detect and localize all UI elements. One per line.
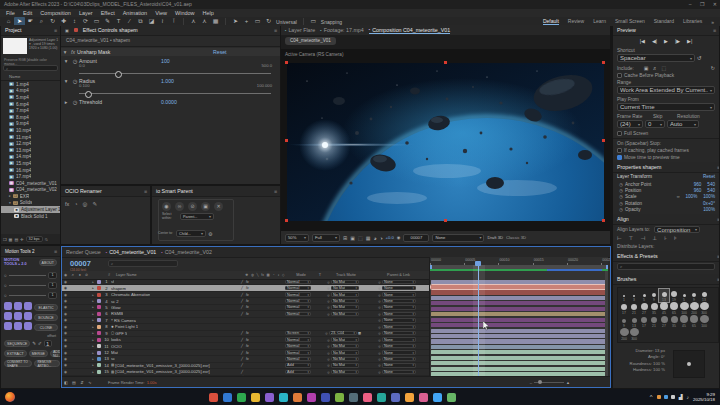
move-time-checkbox[interactable] [617, 155, 622, 160]
fx-switch[interactable]: fx [246, 305, 248, 309]
preset-cell[interactable] [4, 322, 12, 330]
quality-switch[interactable]: ╱ [241, 280, 243, 284]
fx-switch[interactable]: fx [246, 286, 248, 290]
track-matte-dropdown[interactable]: No Mat▾ [331, 305, 359, 309]
skip-dropdown[interactable]: 0▾ [645, 120, 665, 128]
project-item[interactable]: ▶9.mp4 [1, 121, 60, 128]
label-color-chip[interactable] [97, 305, 101, 309]
align-h-center-icon[interactable]: ⊤ [629, 235, 634, 241]
brush-swatch[interactable]: 19 [669, 289, 679, 302]
label-color-chip[interactable] [97, 299, 101, 303]
brush-swatch[interactable]: 9 [689, 289, 699, 302]
layer-duration-bar[interactable] [431, 361, 607, 365]
twirl-icon[interactable]: ▸ [90, 351, 96, 355]
motion-blur-icon[interactable]: ◔ [273, 273, 275, 277]
brush-swatch[interactable]: 200 [689, 302, 699, 315]
layer-name[interactable]: ▤[C04_meteorite_V01_emissive_3_[0000-002… [111, 369, 239, 374]
align-to-dropdown[interactable]: Composition▾ [654, 226, 700, 233]
box-icon[interactable]: ▣ [201, 202, 210, 211]
timeline-vertical-scrollbar[interactable] [605, 271, 608, 377]
twirl-icon[interactable]: ▾ [9, 201, 11, 205]
track-matte-dropdown[interactable]: No Mat▾ [331, 350, 359, 354]
sequence-count[interactable]: 1 [44, 340, 52, 347]
taskbar-app-icon[interactable] [419, 393, 428, 402]
grid-guides-icon[interactable]: ⊞ [343, 235, 347, 241]
twirl-icon[interactable]: ▸ [90, 293, 96, 297]
layer-name[interactable]: OCIO [111, 344, 239, 349]
quality-switch[interactable]: ╱ [241, 357, 243, 361]
parent-pickwhip-icon[interactable]: ◎ [378, 299, 381, 303]
layer-name[interactable]: sc [111, 356, 239, 361]
next-frame-button[interactable]: |▶ [675, 38, 680, 44]
twirl-icon[interactable]: ▸ [90, 286, 96, 290]
merge-button[interactable]: MERGE [29, 350, 48, 357]
brush-swatch[interactable]: 17 [619, 302, 629, 315]
parent-link-dropdown[interactable]: None▾ [382, 292, 416, 296]
fx-icon[interactable]: fx [261, 273, 264, 277]
composition-image[interactable] [287, 63, 604, 221]
solo-icon[interactable]: ● [79, 273, 81, 277]
taskbar-app-icon[interactable] [251, 393, 260, 402]
minimize-button[interactable]: – [689, 1, 692, 7]
fx-switch[interactable]: fx [246, 344, 248, 348]
tab-align[interactable]: Align [617, 216, 629, 222]
convert-to-shape-button[interactable]: CONVERT TO SHAPE [4, 360, 32, 367]
parent-pickwhip-icon[interactable]: ◎ [378, 286, 381, 290]
parent-link-dropdown[interactable]: None▾ [382, 325, 416, 329]
parent-pickwhip-icon[interactable]: ◎ [378, 351, 381, 355]
workspace-overflow-icon[interactable]: » [711, 19, 714, 25]
panel-menu-icon[interactable]: ≡ [717, 276, 719, 282]
quality-switch[interactable]: ╱ [241, 351, 243, 355]
mode-dropdown[interactable]: Add▾ [285, 363, 311, 367]
amount-slider[interactable] [79, 73, 271, 74]
preview-resolution-dropdown[interactable]: Auto▾ [667, 120, 699, 128]
layer-duration-bar[interactable] [431, 339, 607, 343]
brush-swatch[interactable]: 100 [699, 315, 709, 328]
preset-cell[interactable] [24, 312, 32, 320]
audio-include-icon[interactable]: ♬ [653, 65, 658, 71]
viewer-timecode[interactable]: 00007 [403, 234, 429, 242]
quality-icon[interactable]: ╲ [257, 273, 259, 277]
project-item[interactable]: ▶5.mp4 [1, 94, 60, 101]
track-matte-dropdown[interactable]: No Mat▾ [331, 312, 359, 316]
project-item[interactable]: ▶17.mp4 [1, 173, 60, 180]
panel-menu-icon[interactable]: ≡ [54, 27, 57, 33]
snapshot-icon[interactable]: ◉ [397, 235, 401, 240]
close-button[interactable]: ✕ [713, 1, 717, 7]
mode-dropdown[interactable]: Normal▾ [285, 286, 311, 290]
brush-swatch[interactable]: 300 [629, 328, 639, 341]
frame-rate-dropdown[interactable]: (24)▾ [617, 120, 643, 128]
track-matte-dropdown[interactable]: No Mat▾ [331, 292, 359, 296]
brush-swatch[interactable]: 13 [699, 289, 709, 302]
tab-effects-presets[interactable]: Effects & Presets [617, 253, 658, 259]
label-color-chip[interactable] [97, 344, 101, 348]
menu-file[interactable]: File [6, 10, 15, 16]
radius-slider[interactable] [79, 93, 271, 94]
pickwhip-icon[interactable]: ✛ [20, 237, 23, 242]
snapping-label[interactable]: Snapping [321, 19, 342, 25]
track-matte-dropdown[interactable]: No Mat▾ [331, 337, 359, 341]
preset-cell[interactable] [14, 302, 22, 310]
draft-3d-button[interactable]: Draft 3D [487, 235, 503, 240]
quality-switch[interactable]: ╱ [241, 344, 243, 348]
track-matte-dropdown[interactable]: 23. C04▾ [329, 331, 357, 335]
fx-switch[interactable]: fx [246, 312, 248, 316]
matte-pickwhip-icon[interactable]: ◎ [327, 312, 330, 316]
renderer-button[interactable]: Classic 3D [506, 235, 610, 240]
matte-pickwhip-icon[interactable]: ◎ [327, 357, 330, 361]
label-color-chip[interactable] [97, 286, 101, 290]
quality-switch[interactable]: ╱ [241, 363, 243, 367]
brush-swatch[interactable]: 45 [679, 315, 689, 328]
parent-link-dropdown[interactable]: None▾ [382, 357, 416, 361]
parent-pickwhip-icon[interactable]: ◎ [378, 293, 381, 297]
parent-pickwhip-icon[interactable]: ◎ [378, 357, 381, 361]
visibility-icon[interactable]: ◉ [62, 325, 69, 329]
view-layout-dropdown[interactable]: None▾ [432, 234, 484, 242]
parent-column[interactable]: Parent & Link [368, 273, 429, 277]
fx-switch[interactable]: fx [246, 280, 248, 284]
panel-menu-icon[interactable]: ≡ [54, 248, 57, 254]
stopwatch-icon[interactable]: ◷ [617, 207, 625, 212]
twirl-icon[interactable]: ▸ [9, 194, 11, 198]
workspace-small-screen[interactable]: Small Screen [615, 18, 645, 25]
project-item[interactable]: ▶15.mp4 [1, 160, 60, 167]
